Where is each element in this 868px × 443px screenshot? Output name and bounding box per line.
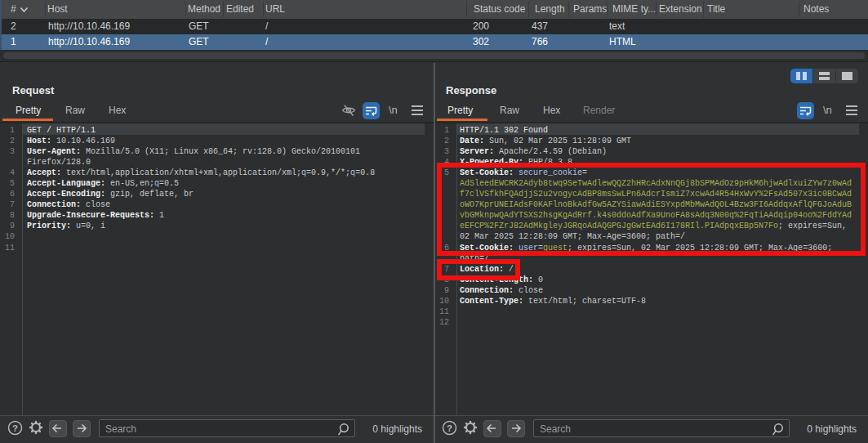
svg-text:?: ? — [447, 423, 452, 433]
svg-text:?: ? — [12, 423, 18, 433]
